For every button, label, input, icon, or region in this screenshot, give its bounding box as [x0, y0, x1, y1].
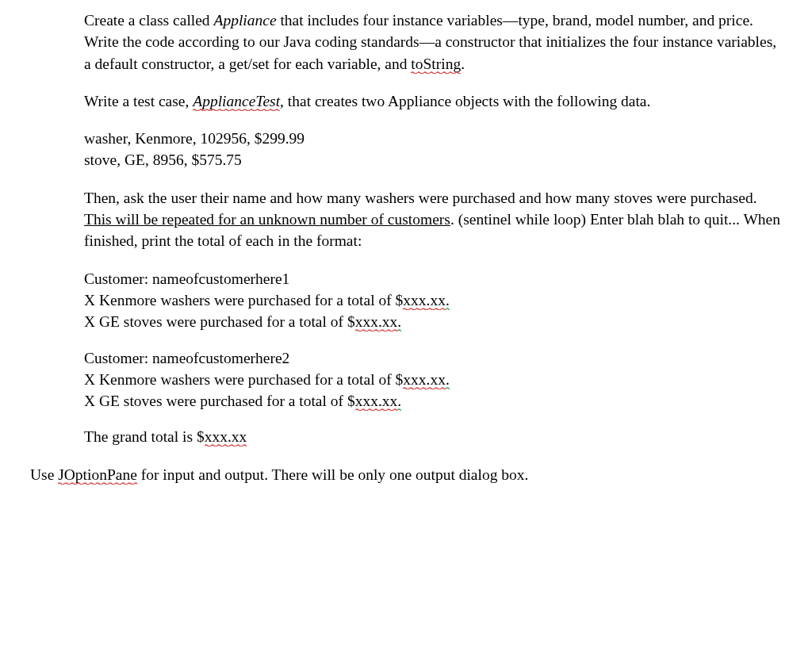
- text: X Kenmore washers were purchased for a t…: [84, 292, 403, 309]
- amount-placeholder: xxx.xx: [355, 313, 398, 330]
- customer-block-1: Customer: nameofcustomerhere1 X Kenmore …: [84, 268, 780, 333]
- text: .: [461, 56, 465, 72]
- amount-placeholder: xxx.xx: [355, 393, 398, 409]
- final-line: Use JOptionPane for input and output. Th…: [30, 464, 780, 485]
- customer-block-2: Customer: nameofcustomerhere2 X Kenmore …: [84, 347, 780, 412]
- paragraph-2: Write a test case, ApplianceTest, that c…: [84, 90, 780, 112]
- underlined-text: This will be repeated for an unknown num…: [84, 211, 450, 228]
- text: X GE stoves were purchased for a total o…: [84, 393, 355, 409]
- text: X GE stoves were purchased for a total o…: [84, 313, 355, 330]
- customer-line: X GE stoves were purchased for a total o…: [84, 311, 780, 332]
- test-class-name: ApplianceTest: [193, 93, 280, 109]
- text: X Kenmore washers were purchased for a t…: [84, 371, 403, 388]
- amount-placeholder: xxx.xx: [205, 428, 247, 445]
- paragraph-1: Create a class called Appliance that inc…: [84, 10, 780, 75]
- text: Then, ask the user their name and how ma…: [84, 190, 757, 206]
- customer-header: Customer: nameofcustomerhere1: [84, 268, 780, 289]
- amount-placeholder: xxx.xx: [403, 371, 446, 388]
- dot: .: [446, 371, 450, 388]
- text: Write a test case,: [84, 93, 193, 109]
- class-name: Appliance: [214, 12, 277, 29]
- sample-data-block: washer, Kenmore, 102956, $299.99 stove, …: [84, 128, 780, 171]
- text: for input and output. There will be only…: [137, 466, 529, 483]
- data-line-1: washer, Kenmore, 102956, $299.99: [84, 128, 780, 149]
- tostring-term: toString: [411, 56, 461, 72]
- text: , that creates two Appliance objects wit…: [280, 93, 650, 109]
- paragraph-3: Then, ask the user their name and how ma…: [84, 187, 780, 252]
- joptionpane-term: JOptionPane: [58, 466, 137, 483]
- text: Use: [30, 466, 58, 483]
- grand-total-line: The grand total is $xxx.xx: [84, 426, 780, 447]
- text: The grand total is $: [84, 428, 205, 445]
- dot: .: [397, 313, 401, 330]
- dot: .: [397, 393, 401, 409]
- dot: .: [446, 292, 450, 309]
- customer-line: X Kenmore washers were purchased for a t…: [84, 369, 780, 390]
- customer-line: X GE stoves were purchased for a total o…: [84, 390, 780, 412]
- amount-placeholder: xxx.xx: [403, 292, 446, 309]
- customer-header: Customer: nameofcustomerhere2: [84, 347, 780, 369]
- data-line-2: stove, GE, 8956, $575.75: [84, 149, 780, 171]
- document-body: Create a class called Appliance that inc…: [0, 0, 812, 511]
- text: Create a class called: [84, 12, 214, 29]
- customer-line: X Kenmore washers were purchased for a t…: [84, 289, 780, 311]
